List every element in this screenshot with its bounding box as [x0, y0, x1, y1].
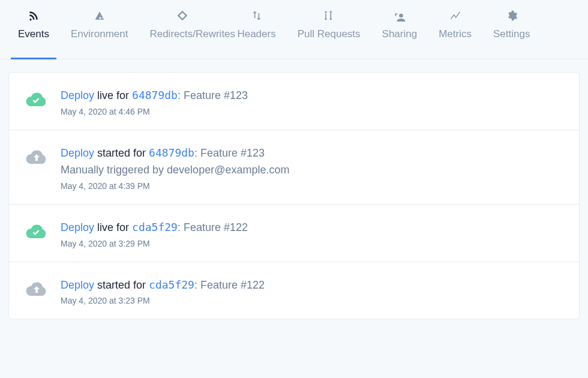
event-timestamp: May 4, 2020 at 3:29 PM	[61, 239, 562, 248]
tab-headers[interactable]: Headers	[226, 0, 286, 59]
event-title: Deploy live for 64879db: Feature #123	[61, 87, 562, 104]
deploy-link[interactable]: Deploy	[61, 147, 94, 159]
event-row: Deploy live for cda5f29: Feature #122 Ma…	[9, 205, 579, 262]
tab-events[interactable]: Events	[7, 0, 60, 59]
tab-sharing[interactable]: Sharing	[371, 0, 428, 59]
event-timestamp: May 4, 2020 at 3:23 PM	[61, 296, 562, 305]
tab-pull-requests[interactable]: Pull Requests	[287, 0, 371, 59]
event-text: live for	[94, 89, 132, 101]
swap-vertical-icon	[251, 8, 263, 23]
event-body: Deploy live for 64879db: Feature #123 Ma…	[61, 87, 562, 116]
tab-environment[interactable]: Environment	[60, 0, 139, 59]
diamond-icon	[176, 8, 188, 23]
deploy-link[interactable]: Deploy	[61, 221, 94, 233]
commit-hash[interactable]: cda5f29	[149, 278, 194, 291]
tab-label: Events	[18, 28, 49, 40]
event-body: Deploy started for cda5f29: Feature #122…	[61, 277, 562, 306]
event-title: Deploy live for cda5f29: Feature #122	[61, 219, 562, 236]
event-text: started for	[94, 147, 149, 159]
event-text: live for	[94, 221, 132, 233]
cloud-check-icon	[26, 87, 47, 107]
event-row: Deploy live for 64879db: Feature #123 Ma…	[9, 73, 579, 130]
cloud-upload-icon	[26, 145, 47, 165]
tab-label: Headers	[237, 28, 275, 40]
event-description: Feature #122	[200, 279, 265, 291]
chart-line-icon	[449, 8, 461, 23]
event-description: Feature #122	[184, 221, 248, 233]
person-add-icon	[394, 8, 406, 23]
commit-hash[interactable]: 64879db	[132, 89, 178, 101]
tab-label: Sharing	[382, 28, 418, 40]
event-separator: :	[178, 89, 184, 101]
tab-settings[interactable]: Settings	[482, 0, 541, 59]
gear-icon	[506, 8, 518, 23]
tab-label: Metrics	[439, 28, 472, 40]
deploy-link[interactable]: Deploy	[61, 89, 94, 101]
tab-label: Settings	[493, 28, 530, 40]
tab-label: Environment	[71, 28, 128, 40]
event-separator: :	[194, 147, 200, 159]
event-row: Deploy started for cda5f29: Feature #122…	[9, 262, 579, 319]
event-timestamp: May 4, 2020 at 4:39 PM	[61, 181, 562, 191]
event-text: started for	[94, 279, 149, 291]
event-title: Deploy started for cda5f29: Feature #122	[61, 277, 562, 294]
events-panel: Deploy live for 64879db: Feature #123 Ma…	[8, 72, 580, 319]
rss-icon	[28, 8, 40, 23]
tab-bar: Events Environment Redirects/Rewrites He…	[0, 0, 588, 59]
triangle-gear-icon	[94, 8, 106, 23]
deploy-link[interactable]: Deploy	[61, 279, 94, 291]
commit-hash[interactable]: 64879db	[149, 146, 194, 159]
event-title: Deploy started for 64879db: Feature #123	[61, 145, 562, 162]
event-timestamp: May 4, 2020 at 4:46 PM	[61, 107, 562, 116]
event-body: Deploy live for cda5f29: Feature #122 Ma…	[61, 219, 562, 248]
event-separator: :	[178, 221, 184, 233]
tab-metrics[interactable]: Metrics	[428, 0, 482, 59]
cloud-upload-icon	[26, 277, 47, 297]
pull-request-icon	[323, 8, 335, 23]
event-description: Feature #123	[200, 147, 265, 159]
event-body: Deploy started for 64879db: Feature #123…	[61, 145, 562, 191]
cloud-check-icon	[26, 219, 47, 239]
event-row: Deploy started for 64879db: Feature #123…	[9, 130, 579, 205]
tab-label: Redirects/Rewrites	[149, 28, 215, 40]
event-separator: :	[194, 279, 200, 291]
tab-label: Pull Requests	[298, 28, 361, 40]
event-subtitle: Manually triggered by developer@example.…	[61, 162, 562, 179]
commit-hash[interactable]: cda5f29	[132, 221, 178, 233]
tab-redirects[interactable]: Redirects/Rewrites	[139, 0, 226, 59]
event-description: Feature #123	[184, 89, 248, 101]
